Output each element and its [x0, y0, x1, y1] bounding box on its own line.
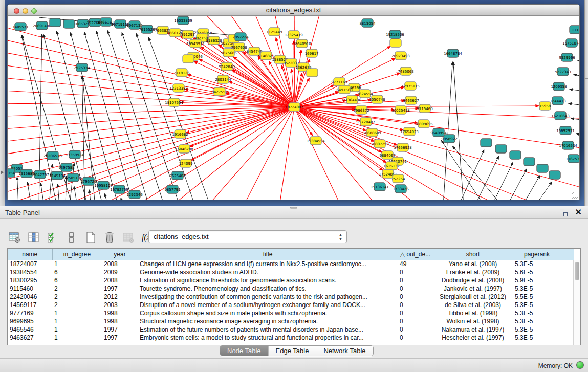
table-scrollbar-thumb[interactable] — [575, 262, 579, 280]
graph-node[interactable] — [510, 151, 521, 159]
table-row[interactable]: 1456911722003Disruption of a novel membe… — [8, 301, 574, 309]
graph-node-16210643[interactable]: 16210643 — [551, 112, 570, 120]
new-document-icon[interactable] — [83, 231, 98, 244]
graph-node-8186328[interactable]: 8186328 — [206, 36, 222, 45]
graph-node-124099[interactable]: 124099 — [179, 159, 193, 167]
table-settings-icon[interactable] — [7, 231, 23, 244]
graph-node-7986372[interactable]: 7986372 — [353, 106, 369, 114]
close-panel-icon[interactable]: ✕ — [575, 208, 582, 217]
graph-node-15136141[interactable]: 15136141 — [371, 183, 389, 191]
tab-edge-table[interactable]: Edge Table — [269, 346, 317, 356]
graph-edge[interactable] — [578, 60, 579, 63]
graph-edge[interactable] — [569, 103, 579, 106]
graph-node-1244413[interactable]: 1244413 — [550, 97, 565, 105]
graph-node-17016534[interactable]: 17016534 — [559, 141, 577, 149]
collapse-left-panel-icon[interactable] — [1, 170, 4, 174]
graph-edge[interactable] — [208, 107, 294, 200]
graph-node-20691406[interactable]: 20691406 — [33, 21, 51, 30]
graph-node-1050748[interactable]: 1050748 — [369, 95, 385, 103]
graph-edge[interactable] — [96, 31, 149, 200]
graph-node-752254[interactable]: 752254 — [391, 174, 405, 183]
graph-edge[interactable] — [576, 134, 579, 137]
graph-node-3624554[interactable]: 3624554 — [357, 90, 373, 98]
panel-splitter-handle[interactable] — [290, 207, 297, 209]
citation-network-graph[interactable]: 1872400776638228860128891293232260589827… — [8, 16, 579, 200]
graph-node-17359924[interactable]: 17359924 — [66, 150, 84, 159]
graph-node-7857224[interactable]: 7857224 — [232, 33, 249, 41]
graph-node-12975115[interactable]: 12975115 — [401, 82, 420, 90]
graph-node-15720407[interactable]: 15720407 — [357, 118, 375, 126]
graph-edge[interactable] — [107, 31, 164, 200]
graph-node-17654923[interactable]: 17654923 — [400, 127, 419, 136]
graph-edge[interactable] — [522, 176, 540, 200]
window-resize-grip[interactable] — [572, 192, 578, 199]
graph-node-16648784[interactable]: 16648784 — [444, 49, 462, 57]
table-row[interactable]: 946554611997Estimation of the future num… — [8, 325, 574, 334]
table-row[interactable]: 969969511998Structural magnetic resonanc… — [8, 317, 574, 325]
graph-node-12213383[interactable]: 12213383 — [169, 84, 188, 92]
graph-node-7625402[interactable]: 7625402 — [169, 171, 185, 180]
graph-edge[interactable] — [571, 118, 579, 121]
graph-edge[interactable] — [507, 169, 527, 200]
graph-edge[interactable] — [84, 32, 134, 200]
graph-node-891293[interactable]: 891293 — [181, 30, 195, 38]
graph-node[interactable] — [537, 164, 548, 172]
table-scrollbar[interactable] — [573, 260, 580, 345]
graph-node-1209358[interactable]: 1209358 — [551, 82, 567, 91]
graph-edge[interactable] — [121, 198, 123, 200]
show-columns-icon[interactable] — [26, 231, 41, 244]
table-row[interactable]: 911546021997Tourette syndrome. Phenomeno… — [8, 285, 574, 293]
graph-node-12325419[interactable]: 12325419 — [285, 31, 303, 39]
graph-edge[interactable] — [100, 107, 294, 200]
graph-node[interactable] — [307, 69, 318, 77]
graph-node[interactable] — [549, 171, 560, 179]
graph-node-9329966[interactable]: 9329966 — [559, 53, 575, 61]
graph-node[interactable] — [63, 20, 75, 28]
graph-edge[interactable] — [8, 107, 294, 155]
graph-node-6497568[interactable]: 6497568 — [336, 85, 352, 94]
table-row[interactable]: 977716911998Corpus callosum shape and si… — [8, 309, 574, 317]
network-canvas[interactable]: 1872400776638228860128891293232260589827… — [8, 16, 579, 200]
memory-status-icon[interactable] — [576, 361, 584, 369]
right-splitter[interactable] — [584, 0, 588, 206]
graph-node-18640910[interactable]: 18640910 — [293, 39, 311, 48]
column-header-in_degree[interactable]: in_degree — [52, 249, 102, 260]
graph-edge[interactable] — [294, 107, 579, 190]
graph-node-9242848[interactable]: 9242848 — [219, 62, 234, 71]
column-header-name[interactable]: name — [8, 249, 52, 260]
graph-node-111[interactable]: 111 — [570, 26, 579, 34]
graph-node-7485063[interactable]: 7485063 — [398, 67, 413, 75]
graph-node-1615132[interactable]: 1615132 — [383, 162, 399, 170]
graph-node-9397588[interactable]: 9397588 — [58, 163, 74, 171]
graph-edge[interactable] — [574, 75, 579, 78]
graph-edge[interactable] — [492, 162, 513, 200]
graph-edge[interactable] — [105, 194, 108, 200]
graph-node-9875685[interactable]: 9875685 — [221, 49, 236, 57]
network-window-titlebar[interactable]: citations_edges.txt — [8, 5, 579, 16]
table-selector-dropdown[interactable]: citations_edges.txt ▲▼ — [148, 230, 347, 243]
graph-edge[interactable] — [244, 107, 294, 200]
graph-edge[interactable] — [191, 109, 290, 160]
graph-edge[interactable] — [8, 107, 294, 116]
column-narrow-icon[interactable] — [64, 231, 79, 244]
graph-node-21364436[interactable]: 21364436 — [343, 96, 361, 104]
graph-node-2925334[interactable]: 2925334 — [74, 63, 90, 72]
graph-node-9227343[interactable]: 9227343 — [555, 68, 571, 76]
graph-node-8813054[interactable]: 8813054 — [359, 19, 376, 27]
table-row[interactable]: 1938455462009Genome-wide association stu… — [8, 268, 574, 276]
graph-node-1405571[interactable]: 1405571 — [12, 23, 28, 31]
graph-edge[interactable] — [172, 107, 294, 200]
import-table-icon[interactable] — [121, 231, 136, 244]
tab-node-table[interactable]: Node Table — [220, 346, 269, 356]
graph-node[interactable] — [183, 55, 194, 63]
graph-edge[interactable] — [40, 183, 44, 200]
graph-node-17656928[interactable]: 17656928 — [394, 143, 412, 151]
graph-node-1145194[interactable]: 1145194 — [49, 171, 66, 180]
column-header-year[interactable]: year — [102, 249, 138, 260]
column-header-short[interactable]: short — [433, 249, 513, 260]
graph-node-7615526[interactable]: 7615526 — [139, 25, 155, 33]
left-splitter[interactable] — [0, 0, 5, 206]
graph-node[interactable] — [481, 139, 492, 147]
graph-node-2803144[interactable]: 2803144 — [215, 75, 231, 83]
graph-edge[interactable] — [535, 182, 552, 200]
